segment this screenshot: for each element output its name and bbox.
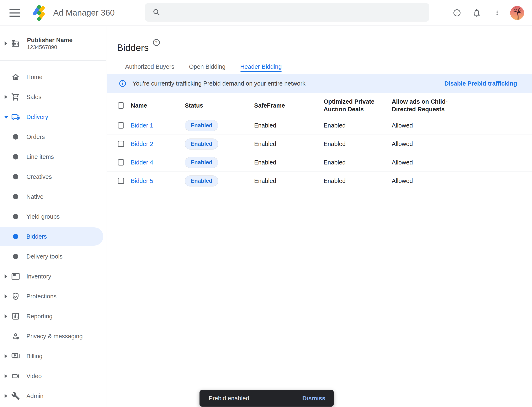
sidebar-item-label: Native bbox=[26, 193, 43, 200]
caret-right-icon bbox=[5, 41, 7, 46]
sidebar-item-privacy-messaging[interactable]: Privacy & messaging bbox=[0, 327, 106, 345]
row-checkbox[interactable] bbox=[118, 141, 124, 147]
bullet-icon bbox=[13, 254, 18, 259]
bidder-link[interactable]: Bidder 5 bbox=[131, 178, 153, 184]
caret-right-icon bbox=[5, 354, 7, 358]
hamburger-icon bbox=[9, 9, 20, 10]
safeframe-value: Enabled bbox=[254, 159, 323, 166]
caret-right-icon bbox=[5, 95, 7, 99]
sidebar-item-bidders[interactable]: Bidders bbox=[0, 227, 106, 246]
overflow-menu-button[interactable] bbox=[494, 9, 500, 17]
child-directed-value: Allowed bbox=[392, 122, 532, 129]
cart-icon bbox=[11, 93, 20, 101]
home-icon bbox=[11, 73, 20, 81]
bullet-icon bbox=[13, 234, 18, 239]
ad-manager-app: Ad Manager 360 ? bbox=[0, 0, 532, 407]
help-button[interactable]: ? bbox=[453, 8, 461, 17]
tab-open-bidding[interactable]: Open Bidding bbox=[182, 61, 232, 72]
sidebar-item-label: Bidders bbox=[26, 233, 47, 240]
sidebar-item-orders[interactable]: Orders bbox=[0, 128, 106, 146]
publisher-selector[interactable]: Publisher Name 1234567890 bbox=[0, 33, 106, 54]
building-icon bbox=[11, 39, 20, 48]
sidebar-item-label: Line items bbox=[26, 153, 54, 160]
help-icon: ? bbox=[453, 8, 461, 17]
person-badge-icon bbox=[11, 332, 20, 341]
sidebar-item-yield-groups[interactable]: Yield groups bbox=[0, 207, 106, 226]
tab-header-bidding[interactable]: Header Bidding bbox=[233, 61, 289, 72]
sidebar-item-admin[interactable]: Admin bbox=[0, 387, 106, 405]
account-avatar[interactable] bbox=[510, 6, 524, 20]
notifications-button[interactable] bbox=[472, 8, 482, 17]
bell-icon bbox=[472, 8, 482, 17]
row-checkbox[interactable] bbox=[118, 178, 124, 184]
sidebar-item-video[interactable]: Video bbox=[0, 367, 106, 385]
sidebar-item-label: Protections bbox=[26, 293, 56, 300]
sidebar-item-billing[interactable]: Billing bbox=[0, 347, 106, 365]
app-title: Ad Manager 360 bbox=[53, 0, 115, 25]
table-header-row: Name Status SafeFrame Optimized Private … bbox=[107, 95, 532, 116]
sidebar-item-protections[interactable]: Protections bbox=[0, 287, 106, 305]
truck-icon bbox=[11, 113, 20, 121]
table-row: Bidder 2 Enabled Enabled Enabled Allowed bbox=[107, 135, 532, 153]
column-header-child-directed: Allow ads on Child-Directed Requests bbox=[392, 98, 469, 113]
sidebar-item-label: Billing bbox=[26, 353, 42, 360]
dismiss-button[interactable]: Dismiss bbox=[301, 395, 327, 402]
help-icon: ? bbox=[152, 38, 161, 47]
sidebar-item-inventory[interactable]: Inventory bbox=[0, 267, 106, 286]
hamburger-menu-button[interactable] bbox=[9, 9, 20, 17]
bidder-link[interactable]: Bidder 4 bbox=[131, 159, 153, 166]
publisher-name: Publisher Name bbox=[27, 37, 73, 44]
left-navigation: Publisher Name 1234567890 Home Sales bbox=[0, 26, 106, 407]
caret-right-icon bbox=[5, 294, 7, 298]
bullet-icon bbox=[13, 134, 18, 140]
bidders-table: Name Status SafeFrame Optimized Private … bbox=[107, 95, 532, 190]
table-row: Bidder 1 Enabled Enabled Enabled Allowed bbox=[107, 116, 532, 135]
sidebar-item-delivery-tools[interactable]: Delivery tools bbox=[0, 247, 106, 266]
caret-right-icon bbox=[5, 374, 7, 378]
child-directed-value: Allowed bbox=[392, 178, 532, 184]
sidebar-item-label: Inventory bbox=[26, 273, 51, 280]
row-checkbox[interactable] bbox=[118, 159, 124, 165]
bullet-icon bbox=[13, 154, 18, 159]
svg-text:?: ? bbox=[155, 40, 158, 45]
sidebar-item-delivery[interactable]: Delivery bbox=[0, 108, 106, 126]
palm-tree-avatar-image bbox=[510, 6, 524, 20]
bidders-tab-bar: Authorized Buyers Open Bidding Header Bi… bbox=[118, 61, 289, 72]
main-content: Bidders ? Authorized Buyers Open Bidding… bbox=[106, 26, 532, 407]
disable-prebid-trafficking-link[interactable]: Disable Prebid trafficking bbox=[443, 80, 518, 87]
sidebar-item-label: Sales bbox=[26, 94, 41, 101]
sidebar-item-native[interactable]: Native bbox=[0, 188, 106, 206]
page-title: Bidders bbox=[117, 41, 149, 55]
bullet-icon bbox=[13, 174, 18, 180]
column-header-status: Status bbox=[185, 102, 254, 110]
sidebar-item-label: Delivery bbox=[26, 114, 48, 120]
bullet-icon bbox=[13, 194, 18, 199]
column-header-private-auction: Optimized Private Auction Deals bbox=[323, 98, 392, 113]
page-help-button[interactable]: ? bbox=[152, 38, 161, 47]
select-all-checkbox[interactable] bbox=[118, 102, 124, 109]
tab-authorized-buyers[interactable]: Authorized Buyers bbox=[118, 61, 181, 72]
videocam-icon bbox=[11, 372, 20, 380]
sidebar-item-home[interactable]: Home bbox=[0, 68, 106, 86]
caret-down-icon bbox=[4, 116, 8, 118]
wrench-icon bbox=[11, 392, 20, 400]
child-directed-value: Allowed bbox=[392, 159, 532, 166]
child-directed-value: Allowed bbox=[392, 141, 532, 148]
global-search-bar bbox=[145, 3, 429, 22]
status-badge: Enabled bbox=[185, 175, 218, 187]
sidebar-item-sales[interactable]: Sales bbox=[0, 88, 106, 106]
safeframe-value: Enabled bbox=[254, 122, 323, 129]
bidder-link[interactable]: Bidder 2 bbox=[131, 141, 153, 147]
search-input[interactable] bbox=[166, 6, 423, 19]
caret-right-icon bbox=[5, 274, 7, 278]
row-checkbox[interactable] bbox=[118, 122, 124, 129]
bar-chart-icon bbox=[11, 312, 20, 321]
prebid-info-banner: You’re currently trafficking Prebid dema… bbox=[107, 74, 532, 93]
sidebar-item-line-items[interactable]: Line items bbox=[0, 148, 106, 166]
sidebar-item-creatives[interactable]: Creatives bbox=[0, 168, 106, 186]
status-badge: Enabled bbox=[185, 139, 218, 149]
banner-message: You’re currently trafficking Prebid dema… bbox=[133, 80, 306, 87]
sidebar-item-reporting[interactable]: Reporting bbox=[0, 307, 106, 325]
top-app-bar: Ad Manager 360 ? bbox=[0, 0, 532, 26]
bidder-link[interactable]: Bidder 1 bbox=[131, 122, 153, 129]
